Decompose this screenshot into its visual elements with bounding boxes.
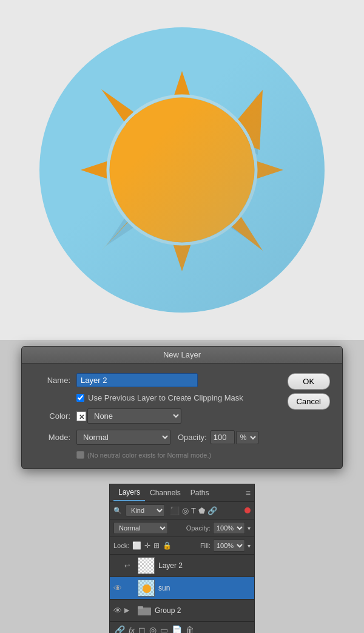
checker-layer2 (138, 558, 154, 574)
lock-label: Lock: (113, 542, 129, 549)
link-icon[interactable]: 🔗 (115, 625, 125, 633)
filter-label: 🔍 (113, 507, 122, 515)
dialog-buttons: OK Cancel (288, 373, 330, 410)
mask-icon[interactable]: ◻ (138, 625, 146, 633)
delete-icon[interactable]: 🗑 (186, 625, 194, 633)
visibility-group2[interactable]: 👁 (113, 606, 123, 615)
layer-item-layer2: ● ↩ Layer 2 (110, 555, 254, 577)
fill-arrow: ▾ (248, 543, 251, 549)
blend-mode-select[interactable]: Normal Dissolve Multiply Screen (113, 522, 168, 534)
color-row: Color: ✕ None Red Orange Yellow Green Bl… (34, 408, 278, 424)
name-label: Name: (34, 376, 70, 385)
fx-icon[interactable]: fx (129, 626, 135, 634)
filter-smart-icon[interactable]: 🔗 (207, 506, 217, 515)
neutral-note-text: (No neutral color exists for Normal mode… (87, 452, 211, 459)
cancel-button[interactable]: Cancel (288, 393, 330, 410)
expand-layer2: ↩ (124, 562, 134, 570)
filter-icons: ⬛ ◎ T ⬟ 🔗 (170, 506, 217, 515)
mode-label: Mode: (34, 433, 70, 442)
svg-point-18 (143, 584, 151, 593)
lock-row: Lock: ⬜ ✛ ⊞ 🔒 Fill: 100% ▾ (110, 537, 254, 555)
sun-svg (39, 27, 325, 313)
opacity-label: Opacity: (178, 433, 207, 442)
color-x-icon: ✕ (76, 411, 86, 421)
layer-item-group2: 👁 ▶ Group 2 (110, 600, 254, 621)
name-row: Name: (34, 373, 278, 387)
tab-channels[interactable]: Channels (145, 485, 186, 501)
filter-dot (244, 507, 251, 513)
filter-text-icon[interactable]: T (191, 506, 196, 515)
blend-mode-row: Normal Dissolve Multiply Screen Opacity:… (110, 520, 254, 537)
expand-group2[interactable]: ▶ (124, 606, 134, 614)
neutral-checkbox (76, 451, 84, 459)
opacity-label-layers: Opacity: (186, 524, 211, 532)
visibility-layer2[interactable]: ● (113, 561, 123, 570)
group-icon[interactable]: ▭ (160, 625, 168, 633)
thumb-layer2 (138, 557, 155, 574)
dialog-titlebar: New Layer (22, 347, 342, 364)
color-select-wrapper: ✕ None Red Orange Yellow Green Blue Viol… (76, 408, 181, 424)
opacity-arrow: ▾ (248, 525, 251, 532)
layers-toolbar: 🔗 fx ◻ ◎ ▭ 📄 🗑 (110, 621, 254, 633)
filter-adjust-icon[interactable]: ◎ (182, 506, 189, 515)
lock-artboards-icon[interactable]: ⊞ (153, 541, 160, 550)
dialog-wrapper: New Layer Name: Use Previous Layer to Cr… (0, 340, 364, 475)
layers-tabs: Layers Channels Paths ≡ (110, 484, 254, 502)
adjustment-icon[interactable]: ◎ (149, 625, 157, 633)
filter-select[interactable]: Kind Name Effect Mode Attribute Color (126, 504, 165, 516)
folder-svg (138, 605, 151, 616)
opacity-unit-select[interactable]: % (236, 431, 258, 444)
lock-all-icon[interactable]: 🔒 (163, 541, 172, 550)
visibility-sun[interactable]: 👁 (113, 583, 123, 593)
neutral-note-row: (No neutral color exists for Normal mode… (76, 451, 278, 459)
lock-pixels-icon[interactable]: ⬜ (132, 541, 141, 550)
panel-menu-icon[interactable]: ≡ (246, 488, 251, 498)
fill-label: Fill: (200, 542, 211, 549)
folder-icon-group2 (138, 605, 151, 616)
clipping-mask-label: Use Previous Layer to Create Clipping Ma… (88, 393, 243, 402)
sun-illustration (0, 0, 364, 340)
opacity-section: Opacity: 100% ▾ (186, 522, 251, 534)
color-label: Color: (34, 411, 70, 421)
name-group2: Group 2 (155, 606, 181, 615)
tab-layers[interactable]: Layers (113, 484, 145, 501)
sun-thumb-svg (138, 580, 155, 597)
filter-shape-icon[interactable]: ⬟ (198, 506, 205, 515)
svg-point-17 (110, 98, 254, 242)
new-layer-dialog: New Layer Name: Use Previous Layer to Cr… (21, 346, 343, 469)
color-select[interactable]: None Red Orange Yellow Green Blue Violet… (87, 408, 181, 424)
dialog-body: Name: Use Previous Layer to Create Clipp… (22, 364, 342, 469)
lock-position-icon[interactable]: ✛ (144, 541, 150, 550)
ok-button[interactable]: OK (288, 373, 330, 390)
clipping-mask-checkbox[interactable] (76, 394, 84, 402)
fill-select[interactable]: 100% (213, 540, 245, 552)
clipping-mask-row: Use Previous Layer to Create Clipping Ma… (76, 393, 278, 402)
filter-pixel-icon[interactable]: ⬛ (170, 506, 180, 515)
fill-section: Fill: 100% ▾ (200, 540, 251, 552)
layers-panel-wrapper: Layers Channels Paths ≡ 🔍 Kind Name Effe… (0, 479, 364, 633)
mode-opacity-row: Mode: Normal Dissolve Multiply Screen Ov… (34, 430, 278, 445)
dialog-title: New Layer (163, 350, 201, 359)
opacity-input[interactable] (211, 430, 235, 444)
layer-item-sun: 👁 sun (110, 577, 254, 600)
new-layer-icon[interactable]: 📄 (172, 625, 182, 633)
layers-panel: Layers Channels Paths ≡ 🔍 Kind Name Effe… (109, 484, 255, 633)
name-layer2: Layer 2 (158, 561, 183, 570)
tab-paths[interactable]: Paths (186, 485, 214, 501)
thumb-sun (138, 580, 155, 597)
filter-row: 🔍 Kind Name Effect Mode Attribute Color … (110, 502, 254, 520)
mode-select[interactable]: Normal Dissolve Multiply Screen Overlay (76, 430, 170, 445)
sun-circle-background (39, 27, 325, 313)
svg-rect-21 (138, 606, 143, 609)
name-sun: sun (158, 584, 170, 592)
name-input[interactable] (76, 373, 198, 387)
checker-sun (138, 580, 154, 596)
opacity-select[interactable]: 100% (213, 522, 245, 534)
